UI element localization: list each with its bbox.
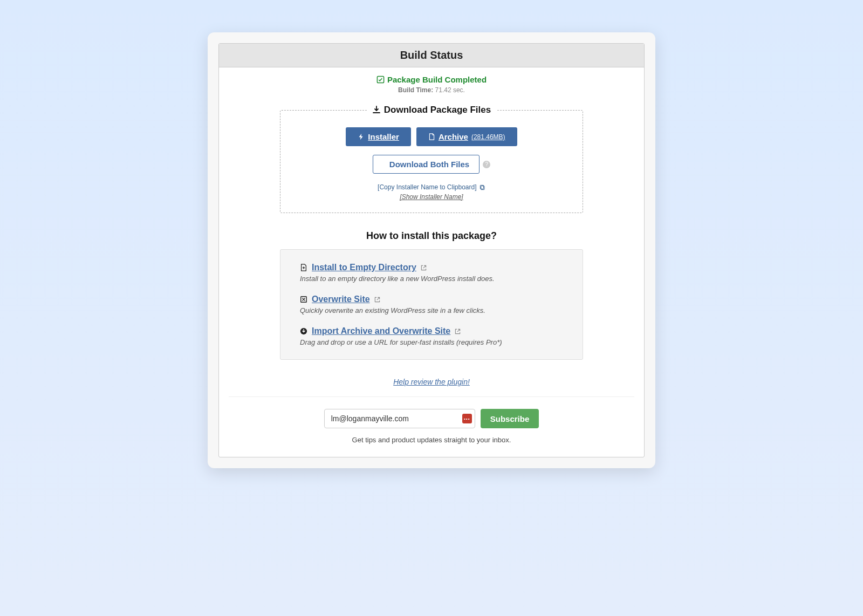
file-archive-icon (428, 133, 435, 140)
installer-label: Installer (368, 132, 399, 141)
howto-link-import[interactable]: Import Archive and Overwrite Site (312, 326, 450, 336)
howto-link-empty-dir[interactable]: Install to Empty Directory (312, 263, 416, 272)
howto-item-empty-dir: Install to Empty Directory Install to an… (300, 263, 563, 283)
review-row: Help review the plugin! (229, 377, 634, 387)
howto-title: How to install this package? (229, 230, 634, 242)
howto-item-overwrite: Overwrite Site Quickly overwrite an exis… (300, 295, 563, 314)
external-link-icon (455, 328, 461, 334)
help-icon[interactable]: ? (483, 161, 490, 168)
status-message: Package Build Completed (387, 75, 487, 84)
build-status-panel: Build Status Package Build Completed Bui… (218, 43, 645, 457)
howto-desc: Install to an empty directory like a new… (300, 275, 563, 283)
download-circle-icon (300, 327, 307, 335)
subscribe-row: ••• Subscribe (229, 409, 634, 428)
build-time-value: 71.42 sec. (435, 86, 465, 94)
show-installer-link[interactable]: [Show Installer Name] (400, 193, 463, 201)
archive-label: Archive (439, 132, 468, 141)
download-buttons-row: Installer Archive (281.46MB) (286, 127, 577, 146)
howto-desc: Drag and drop or use a URL for super-fas… (300, 338, 563, 346)
panel-body: Package Build Completed Build Time: 71.4… (219, 67, 644, 457)
clipboard-icon (480, 184, 485, 190)
app-card: Build Status Package Build Completed Bui… (208, 32, 655, 468)
howto-link-overwrite[interactable]: Overwrite Site (312, 295, 370, 304)
bolt-icon (358, 133, 365, 140)
status-line: Package Build Completed (229, 75, 634, 84)
copy-links: [Copy Installer Name to Clipboard] [Show… (286, 183, 577, 201)
installer-button[interactable]: Installer (346, 127, 411, 146)
archive-size: (281.46MB) (471, 133, 505, 141)
panel-title: Build Status (219, 44, 644, 67)
download-icon (372, 106, 381, 114)
external-link-icon (374, 297, 380, 303)
download-both-label: Download Both Files (389, 160, 469, 169)
archive-button[interactable]: Archive (281.46MB) (416, 127, 517, 146)
howto-item-import: Import Archive and Overwrite Site Drag a… (300, 326, 563, 346)
subscribe-tip: Get tips and product updates straight to… (229, 436, 634, 444)
download-both-button[interactable]: Download Both Files (373, 155, 480, 174)
build-time-label: Build Time: (398, 86, 433, 94)
email-input[interactable] (324, 409, 475, 428)
external-link-icon (421, 265, 427, 271)
email-wrap: ••• (324, 409, 475, 428)
file-plus-icon (300, 264, 307, 271)
password-manager-icon[interactable]: ••• (462, 414, 472, 423)
review-link[interactable]: Help review the plugin! (393, 378, 470, 386)
x-square-icon (300, 296, 307, 303)
download-both-row: Download Both Files ? (286, 155, 577, 174)
subscribe-button[interactable]: Subscribe (481, 409, 539, 428)
download-fieldset: Download Package Files Installer Archive (280, 105, 583, 213)
download-legend: Download Package Files (367, 105, 496, 115)
howto-desc: Quickly overwrite an existing WordPress … (300, 306, 563, 314)
separator (229, 396, 634, 397)
check-square-icon (376, 76, 385, 84)
howto-box: Install to Empty Directory Install to an… (280, 249, 583, 360)
copy-installer-link[interactable]: [Copy Installer Name to Clipboard] (378, 183, 476, 191)
build-time: Build Time: 71.42 sec. (229, 86, 634, 94)
